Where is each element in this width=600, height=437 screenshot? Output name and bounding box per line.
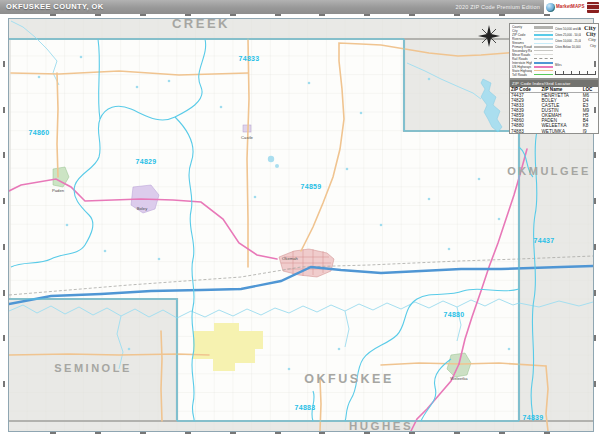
grid-tick bbox=[594, 198, 596, 204]
legend-line-sample bbox=[534, 66, 553, 68]
scale-miles-ruler bbox=[555, 71, 596, 75]
legend-panel: CountyCityZIP CodeRiversStreamsPrimary R… bbox=[509, 23, 599, 79]
grid-tick bbox=[319, 14, 325, 16]
city-label-boley: Boley bbox=[137, 206, 148, 211]
zip-table-title: ZIP Code Index/Grid Locator bbox=[510, 80, 598, 87]
pond-speck bbox=[38, 76, 41, 79]
pond-speck bbox=[66, 224, 69, 227]
zip-index-table: ZIP Code Index/Grid Locator ZIP CodeZIP … bbox=[509, 79, 599, 134]
zip-label-74833: 74833 bbox=[239, 55, 260, 62]
legend-line-sample bbox=[534, 70, 553, 72]
city-label-weleetka: Weleetka bbox=[450, 376, 468, 381]
pond-speck bbox=[346, 168, 349, 171]
city-label-okemah: Okemah bbox=[282, 256, 298, 261]
grid-tick bbox=[364, 14, 370, 16]
legend-city-items: Cities 50,000 and AboveCityCities 25,000… bbox=[555, 26, 596, 77]
pond bbox=[268, 156, 274, 162]
grid-tick bbox=[3, 290, 5, 296]
zip-table-row: 74883WETUMKAI9 bbox=[510, 129, 598, 134]
zip-table-row: 74437HENRYETTAM6 bbox=[510, 92, 598, 98]
title-bar: OKFUSKEE COUNTY, OK 2020 ZIP Code Premiu… bbox=[0, 0, 600, 14]
legend-line-sample bbox=[534, 43, 553, 44]
grid-tick bbox=[594, 244, 596, 250]
legend-city-row: Cities Below 10,000City bbox=[555, 44, 596, 50]
county-label-okfuskee: OKFUSKEE bbox=[304, 372, 393, 386]
grid-tick bbox=[275, 432, 281, 434]
legend-city-label: Cities 25,000 - 50,000 bbox=[555, 33, 581, 37]
pond-speck bbox=[380, 224, 383, 227]
zip-label-74829: 74829 bbox=[136, 158, 157, 165]
grid-tick bbox=[275, 14, 281, 16]
legend-line-sample bbox=[534, 34, 553, 36]
zip-label-74437: 74437 bbox=[534, 237, 555, 244]
legend-line-sample bbox=[534, 26, 553, 28]
legend-line-sample bbox=[534, 50, 553, 51]
zip-table-cell: WETUMKA bbox=[541, 129, 582, 134]
page-title: OKFUSKEE COUNTY, OK bbox=[6, 2, 104, 11]
globe-icon bbox=[546, 3, 555, 12]
pond-speck bbox=[158, 258, 161, 261]
grid-tick bbox=[185, 432, 191, 434]
pond-speck bbox=[308, 82, 311, 85]
legend-city-label: Cities 10,000 - 25,000 bbox=[555, 39, 581, 43]
edition-label: 2020 ZIP Code Premium Edition bbox=[455, 4, 540, 10]
legend-city-sample: City bbox=[590, 45, 596, 49]
grid-tick bbox=[50, 14, 56, 16]
pond-speck bbox=[220, 106, 223, 109]
grid-tick bbox=[454, 14, 460, 16]
legend-city-sample: City bbox=[588, 38, 596, 43]
grid-tick bbox=[230, 432, 236, 434]
grid-tick bbox=[454, 432, 460, 434]
grid-tick bbox=[3, 335, 5, 341]
grid-tick bbox=[594, 290, 596, 296]
grid-tick bbox=[544, 432, 550, 434]
publisher-logo: MarketMAPS bbox=[544, 0, 600, 14]
city-castle-area bbox=[243, 125, 251, 132]
grid-tick bbox=[594, 335, 596, 341]
pond bbox=[275, 164, 279, 168]
pond-speck bbox=[338, 348, 341, 351]
scale-bar-miles: Miles bbox=[555, 52, 596, 75]
zip-table-cell: 74883 bbox=[510, 129, 541, 134]
pond-speck bbox=[478, 178, 481, 181]
grid-tick bbox=[409, 432, 415, 434]
page: { "header": { "title": "OKFUSKEE COUNTY,… bbox=[0, 0, 600, 437]
grid-tick bbox=[140, 14, 146, 16]
county-label-hughes: HUGHES bbox=[349, 420, 413, 431]
pond-speck bbox=[104, 250, 107, 253]
legend-line-sample bbox=[534, 54, 553, 55]
pond-speck bbox=[168, 80, 171, 83]
legend-row-toll-roads: Toll Roads bbox=[512, 73, 553, 77]
scale-miles-label: Miles bbox=[555, 63, 562, 67]
grid-tick bbox=[3, 244, 5, 250]
grid-tick bbox=[409, 14, 415, 16]
grid-tick bbox=[3, 198, 5, 204]
logo-badge bbox=[587, 2, 599, 13]
grid-tick bbox=[3, 152, 5, 158]
map-frame: CREEKOKMULGEESEMINOLEOKFUSKEEHUGHES74833… bbox=[8, 18, 594, 432]
grid-tick bbox=[50, 432, 56, 434]
pond-speck bbox=[128, 348, 131, 351]
grid-tick bbox=[499, 14, 505, 16]
pond-speck bbox=[254, 196, 257, 199]
city-label-paden: Paden bbox=[52, 188, 65, 193]
grid-tick bbox=[230, 14, 236, 16]
grid-tick bbox=[364, 432, 370, 434]
pond-speck bbox=[448, 248, 451, 251]
pond-speck bbox=[360, 112, 363, 115]
logo-text: MarketMAPS bbox=[556, 5, 585, 10]
grid-tick bbox=[594, 61, 596, 67]
grid-tick bbox=[95, 432, 101, 434]
legend-line-sample bbox=[534, 62, 553, 64]
pond-speck bbox=[508, 348, 511, 351]
legend-city-label: Cities 50,000 and Above bbox=[555, 27, 581, 31]
grid-tick bbox=[319, 432, 325, 434]
zip-table-cell: I9 bbox=[582, 129, 598, 134]
legend-line-sample bbox=[534, 58, 553, 59]
zip-label-74883: 74883 bbox=[295, 404, 316, 411]
grid-tick bbox=[499, 432, 505, 434]
legend-label: Toll Roads bbox=[512, 73, 532, 77]
grid-tick bbox=[594, 381, 596, 387]
pond-speck bbox=[428, 78, 431, 81]
grid-tick bbox=[3, 107, 5, 113]
